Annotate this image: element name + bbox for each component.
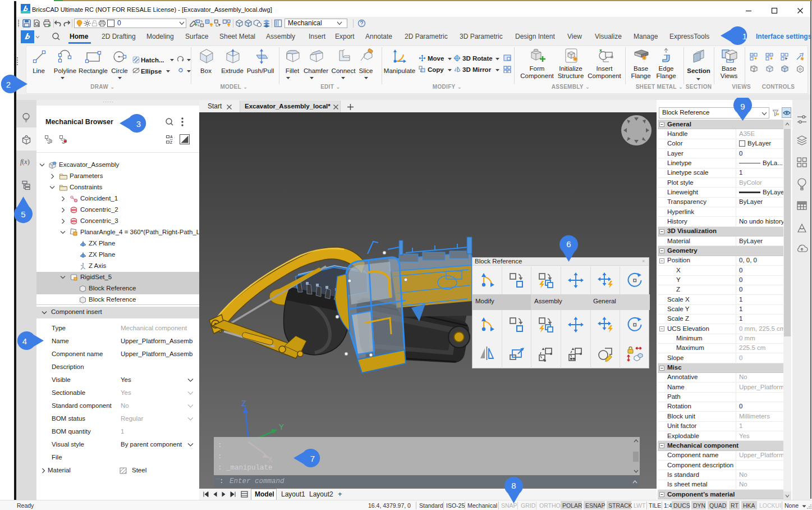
- svg-text:A: A: [170, 135, 173, 139]
- svg-text:Z: Z: [170, 140, 172, 144]
- svg-text:5: 5: [21, 210, 25, 219]
- svg-text:3: 3: [136, 119, 141, 129]
- svg-text:4: 4: [22, 336, 27, 346]
- svg-text:7: 7: [310, 454, 315, 463]
- svg-text:1: 1: [742, 31, 747, 41]
- svg-text:9: 9: [740, 102, 745, 111]
- svg-text:8: 8: [511, 481, 516, 490]
- svg-text:6: 6: [566, 239, 571, 249]
- svg-text:Z: Z: [241, 399, 246, 409]
- svg-text:Y: Y: [279, 423, 284, 432]
- svg-text:2: 2: [6, 80, 11, 89]
